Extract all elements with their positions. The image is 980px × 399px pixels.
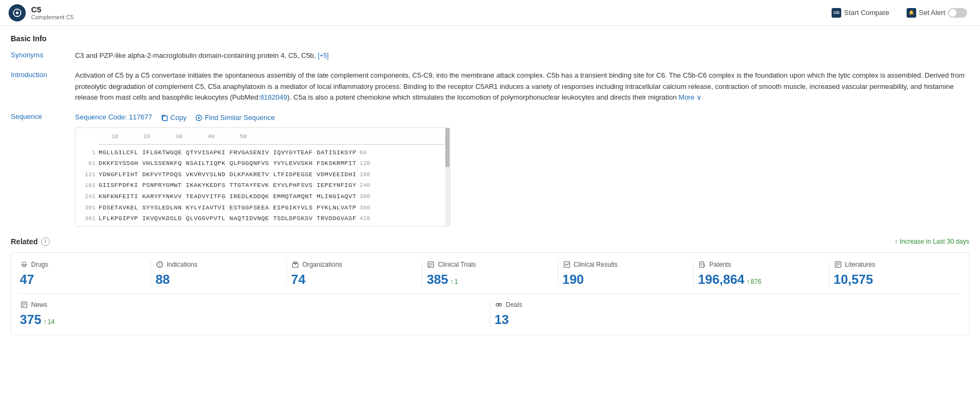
sequence-row: 361LFLKPGIPYP IKVQVKDSLD QLVGGVPVTL NAQT… — [80, 214, 445, 224]
related-item-label-indications: Indications — [167, 261, 197, 268]
related-item-header-news: News — [20, 300, 485, 309]
literatures-icon — [834, 260, 842, 269]
related-count-container-indications: 88 — [155, 272, 282, 287]
compare-icon: US — [832, 8, 841, 18]
related-count-container-drugs: 47 — [20, 272, 146, 287]
synonyms-row: Synonyms C3 and PZP-like alpha-2-macrogl… — [11, 50, 969, 62]
related-section: Related i ↑ Increase in Last 30 days Dru… — [11, 237, 969, 335]
related-divider — [286, 260, 287, 287]
more-link[interactable]: More ∨ — [679, 93, 702, 101]
indications-icon — [155, 260, 164, 269]
related-count-container-literatures: 10,575 — [834, 272, 960, 287]
related-item-header-organizations: Organizations — [291, 260, 417, 269]
set-alert-button[interactable]: 🔔 Set Alert — [902, 6, 971, 20]
related-count-literatures: 10,575 — [834, 272, 873, 287]
news-icon — [20, 300, 28, 309]
sequence-row: 1MGLLGILCFL IFLGKTWGQE QTYVISAPKI FRVGAS… — [80, 148, 445, 158]
svg-rect-22 — [699, 262, 704, 268]
start-compare-button[interactable]: US Start Compare — [827, 6, 894, 20]
seq-content: MGLLGILCFL IFLGKTWGQE QTYVISAPKI FRVGASE… — [99, 148, 356, 157]
seq-start-num: 361 — [80, 214, 99, 224]
related-item-clinical-results[interactable]: Clinical Results 190 — [563, 260, 689, 287]
related-item-label-patents: Patents — [709, 261, 731, 268]
related-count-container-organizations: 74 — [291, 272, 417, 287]
related-item-header-patents: Patents — [698, 260, 825, 269]
related-increase-patents: ↑876 — [746, 278, 761, 285]
related-header: Related i ↑ Increase in Last 30 days — [11, 237, 969, 246]
svg-point-13 — [159, 265, 160, 266]
svg-point-8 — [198, 117, 200, 119]
related-item-literatures[interactable]: Literatures 10,575 — [834, 260, 960, 287]
sequence-header: Sequence Code: 117677 Copy Find Similar … — [75, 112, 450, 123]
related-item-header-deals: Deals — [495, 300, 960, 309]
related-divider — [829, 260, 829, 287]
related-item-clinical-trials[interactable]: Clinical Trials 385 ↑1 — [427, 260, 553, 287]
related-item-label-drugs: Drugs — [31, 261, 48, 268]
related-item-drugs[interactable]: Drugs 47 — [20, 260, 146, 287]
related-count-clinical-trials: 385 — [427, 272, 448, 287]
patents-icon — [698, 260, 707, 269]
gene-id: C5 — [31, 5, 73, 14]
synonyms-more-link[interactable]: [+5] — [318, 51, 328, 61]
seq-content: FDSETAVKEL SYYSLEDLNN KYLYIAVTVI ESTGGFS… — [99, 203, 356, 213]
related-row-1: Drugs 47 Indications 88 Organizations 74… — [11, 260, 969, 287]
introduction-row: Introduction Activation of C5 by a C5 co… — [11, 70, 969, 103]
introduction-value: Activation of C5 by a C5 convertase init… — [75, 70, 969, 103]
seq-end-num: 300 — [356, 192, 372, 202]
seq-content: KNFKNFEITI KARYFYNKVV TEADVYITFG IREDLKD… — [99, 192, 356, 201]
related-count-container-deals: 13 — [495, 312, 960, 327]
seq-start-num: 1 — [80, 148, 99, 158]
gene-title: C5 Complement C5 — [31, 5, 73, 20]
related-count-container-clinical-results: 190 — [563, 272, 689, 287]
related-count-news: 375 — [20, 312, 41, 327]
sequence-value: Sequence Code: 117677 Copy Find Similar … — [75, 112, 450, 227]
related-count-patents: 196,864 — [698, 272, 745, 287]
drugs-icon — [20, 260, 28, 269]
svg-rect-6 — [162, 116, 167, 121]
copy-button[interactable]: Copy — [161, 114, 186, 122]
related-item-news[interactable]: News 375 ↑14 — [20, 300, 485, 327]
related-count-container-clinical-trials: 385 ↑1 — [427, 272, 553, 287]
related-count-container-news: 375 ↑14 — [20, 312, 485, 327]
related-info-icon[interactable]: i — [41, 237, 50, 246]
related-count-deals: 13 — [495, 312, 509, 327]
seq-start-num: 61 — [80, 159, 99, 169]
related-count-clinical-results: 190 — [563, 272, 584, 287]
find-similar-button[interactable]: Find Similar Sequence — [195, 114, 275, 122]
alert-icon: 🔔 — [907, 8, 916, 18]
related-item-label-deals: Deals — [506, 301, 522, 308]
related-count-organizations: 74 — [291, 272, 305, 287]
synonyms-label: Synonyms — [11, 50, 75, 62]
svg-rect-10 — [23, 265, 25, 267]
sequence-ruler: 1020304050 — [80, 132, 445, 142]
sequence-row: 241KNFKNFEITI KARYFYNKVV TEADVYITFG IRED… — [80, 192, 445, 202]
sequence-label: Sequence — [11, 112, 75, 227]
deals-icon — [495, 300, 503, 309]
related-item-label-clinical-results: Clinical Results — [574, 261, 618, 268]
seq-start-num: 241 — [80, 192, 99, 202]
seq-content: LFLKPGIPYP IKVQVKDSLD QLVGGVPVTL NAQTIDV… — [99, 214, 356, 223]
alert-toggle[interactable] — [948, 8, 967, 18]
related-divider — [422, 260, 422, 287]
increase-label: ↑ Increase in Last 30 days — [895, 238, 969, 245]
related-divider — [490, 300, 490, 327]
related-item-header-clinical-trials: Clinical Trials — [427, 260, 553, 269]
related-item-indications[interactable]: Indications 88 — [155, 260, 282, 287]
sequence-row: 61DKKFSYSSGH VHLSSENKFQ NSAILTIQPK QLPGG… — [80, 159, 445, 169]
sequence-row: Sequence Sequence Code: 117677 Copy Find… — [11, 112, 969, 227]
sequence-scrollbar-thumb — [445, 128, 450, 167]
related-item-deals[interactable]: Deals 13 — [495, 300, 960, 327]
seq-end-num: 420 — [356, 214, 372, 224]
related-item-organizations[interactable]: Organizations 74 — [291, 260, 417, 287]
row-divider — [20, 293, 960, 294]
sequence-scrollbar[interactable] — [445, 128, 450, 226]
related-item-patents[interactable]: Patents 196,864 ↑876 — [698, 260, 825, 287]
sequence-box[interactable]: 1020304050 1MGLLGILCFL IFLGKTWGQE QTYVIS… — [75, 127, 450, 227]
related-divider — [693, 260, 694, 287]
sequence-rows: 1MGLLGILCFL IFLGKTWGQE QTYVISAPKI FRVGAS… — [80, 148, 445, 224]
header-actions: US Start Compare 🔔 Set Alert — [827, 6, 971, 20]
pubmed-link[interactable]: 8182049 — [260, 93, 287, 101]
find-similar-icon — [195, 114, 203, 122]
main-content: Basic Info Synonyms C3 and PZP-like alph… — [0, 26, 980, 344]
related-increase-clinical-trials: ↑1 — [450, 278, 458, 285]
